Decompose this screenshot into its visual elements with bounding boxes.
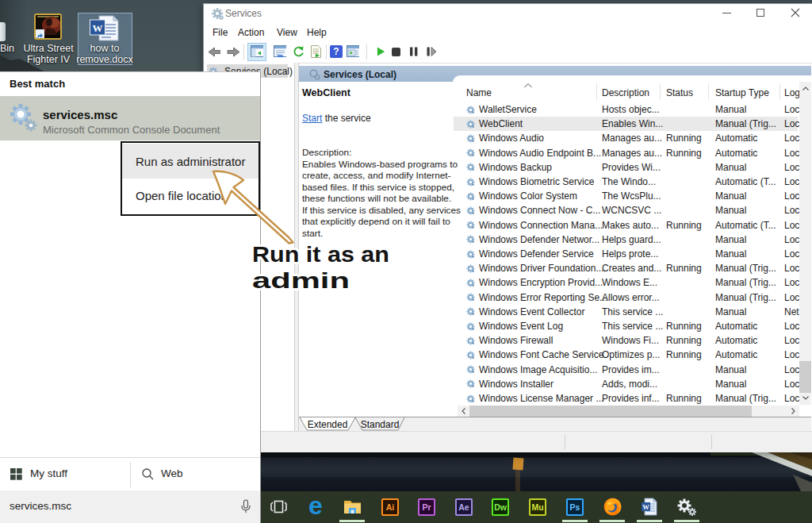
svg-text:Extended: Extended <box>308 419 348 430</box>
svg-text:e: e <box>308 494 323 518</box>
svg-text:admin: admin <box>252 268 350 293</box>
svg-text:W: W <box>642 503 649 511</box>
svg-text:W: W <box>93 22 103 34</box>
svg-text:Standard: Standard <box>361 419 400 430</box>
svg-text:Run it as an: Run it as an <box>252 242 389 267</box>
